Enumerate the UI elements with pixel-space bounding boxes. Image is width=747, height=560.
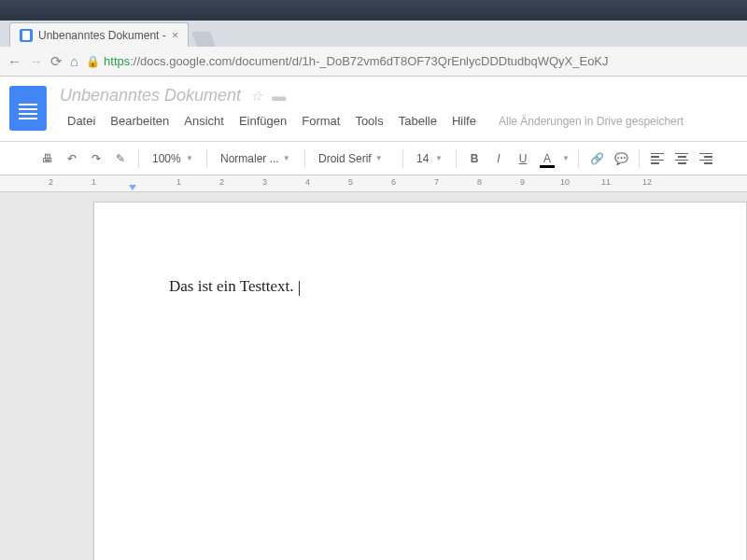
underline-button[interactable]: U (513, 147, 533, 170)
print-icon[interactable]: 🖶 (37, 147, 58, 170)
ruler-tick: 4 (305, 177, 310, 187)
menu-bar: Datei Bearbeiten Ansicht Einfügen Format… (60, 111, 738, 131)
menu-ansicht[interactable]: Ansicht (176, 111, 232, 131)
chevron-down-icon: ▼ (283, 154, 290, 162)
ruler-tick: 7 (434, 177, 439, 187)
menu-einfuegen[interactable]: Einfügen (232, 111, 294, 131)
lock-icon: 🔒 (86, 55, 100, 68)
text-color-button[interactable]: A (537, 147, 557, 170)
url-scheme: https (104, 54, 130, 68)
separator (578, 149, 579, 168)
browser-tabstrip: Unbenanntes Dokument - × (0, 21, 747, 47)
back-icon[interactable]: ← (7, 53, 21, 69)
doc-title[interactable]: Unbenanntes Dokument (60, 86, 241, 105)
document-page[interactable]: Das ist ein Testtext. (93, 202, 747, 560)
folder-icon[interactable]: ▬ (272, 88, 286, 104)
text-color-chevron[interactable]: ▼ (561, 147, 571, 170)
ruler-tick: 2 (49, 177, 53, 187)
ruler-tick: 6 (391, 177, 396, 187)
zoom-value: 100% (152, 152, 181, 165)
window-titlebar (0, 0, 747, 21)
docs-favicon-icon (20, 29, 33, 42)
insert-link-icon[interactable]: 🔗 (586, 147, 607, 170)
font-size-dropdown[interactable]: 14 ▼ (411, 147, 448, 170)
insert-comment-icon[interactable]: 💬 (611, 147, 631, 170)
reload-icon[interactable]: ⟳ (50, 53, 63, 70)
size-value: 14 (416, 152, 429, 165)
menu-datei[interactable]: Datei (60, 111, 103, 131)
doc-title-row: Unbenanntes Dokument ☆ ▬ (60, 86, 738, 105)
chevron-down-icon: ▼ (435, 154, 443, 162)
tab-title: Unbenanntes Dokument - (38, 29, 166, 42)
indent-marker-icon[interactable] (129, 185, 136, 190)
home-icon[interactable]: ⌂ (70, 53, 78, 69)
url-path: ://docs.google.com/document/d/1h-_DoB72v… (130, 54, 608, 68)
separator (206, 149, 207, 168)
address-bar[interactable]: 🔒 https ://docs.google.com/document/d/1h… (86, 54, 740, 68)
chevron-down-icon: ▼ (375, 154, 383, 162)
ruler-tick: 3 (262, 177, 267, 187)
docs-logo-icon[interactable] (9, 86, 47, 131)
close-tab-icon[interactable]: × (172, 28, 179, 42)
docs-header: Unbenanntes Dokument ☆ ▬ Datei Bearbeite… (0, 77, 747, 142)
ruler-tick: 1 (176, 177, 181, 187)
ruler-tick: 2 (219, 177, 224, 187)
menu-hilfe[interactable]: Hilfe (444, 111, 484, 131)
separator (456, 149, 457, 168)
ruler-tick: 8 (477, 177, 482, 187)
ruler-tick: 10 (560, 177, 570, 187)
browser-tab[interactable]: Unbenanntes Dokument - × (9, 22, 189, 47)
document-canvas: Das ist ein Testtext. (0, 192, 747, 560)
forward-icon[interactable]: → (29, 53, 43, 69)
ruler-tick: 9 (520, 177, 525, 187)
font-value: Droid Serif (318, 152, 372, 165)
bold-button[interactable]: B (464, 147, 485, 170)
separator (138, 149, 139, 168)
formatting-toolbar: 🖶 ↶ ↷ ✎ 100% ▼ Normaler ... ▼ Droid Seri… (0, 142, 747, 175)
separator (304, 149, 305, 168)
separator (639, 149, 640, 168)
docs-titlearea: Unbenanntes Dokument ☆ ▬ Datei Bearbeite… (60, 86, 738, 141)
horizontal-ruler[interactable]: 2 1 1 2 3 4 5 6 7 8 9 10 11 12 (0, 175, 747, 192)
align-right-button[interactable] (696, 147, 716, 170)
chevron-down-icon: ▼ (186, 154, 193, 162)
italic-button[interactable]: I (488, 147, 509, 170)
text-cursor-icon (299, 281, 300, 296)
separator (402, 149, 403, 168)
align-left-button[interactable] (647, 147, 668, 170)
paint-format-icon[interactable]: ✎ (110, 147, 131, 170)
redo-icon[interactable]: ↷ (86, 147, 106, 170)
paragraph-style-dropdown[interactable]: Normaler ... ▼ (215, 147, 297, 170)
document-body-text[interactable]: Das ist ein Testtext. (169, 277, 294, 295)
style-value: Normaler ... (220, 152, 279, 165)
ruler-tick: 11 (601, 177, 611, 187)
menu-tools[interactable]: Tools (347, 111, 390, 131)
zoom-dropdown[interactable]: 100% ▼ (147, 147, 199, 170)
undo-icon[interactable]: ↶ (62, 147, 82, 170)
ruler-tick: 5 (348, 177, 353, 187)
menu-format[interactable]: Format (294, 111, 347, 131)
ruler-tick: 12 (642, 177, 652, 187)
menu-bearbeiten[interactable]: Bearbeiten (103, 111, 176, 131)
star-icon[interactable]: ☆ (250, 88, 262, 105)
browser-toolbar: ← → ⟳ ⌂ 🔒 https ://docs.google.com/docum… (0, 47, 747, 77)
new-tab-button[interactable] (191, 32, 216, 47)
align-center-button[interactable] (671, 147, 692, 170)
font-dropdown[interactable]: Droid Serif ▼ (313, 147, 395, 170)
save-status: Alle Änderungen in Drive gespeichert (499, 115, 684, 128)
menu-tabelle[interactable]: Tabelle (391, 111, 444, 131)
ruler-tick: 1 (92, 177, 96, 187)
